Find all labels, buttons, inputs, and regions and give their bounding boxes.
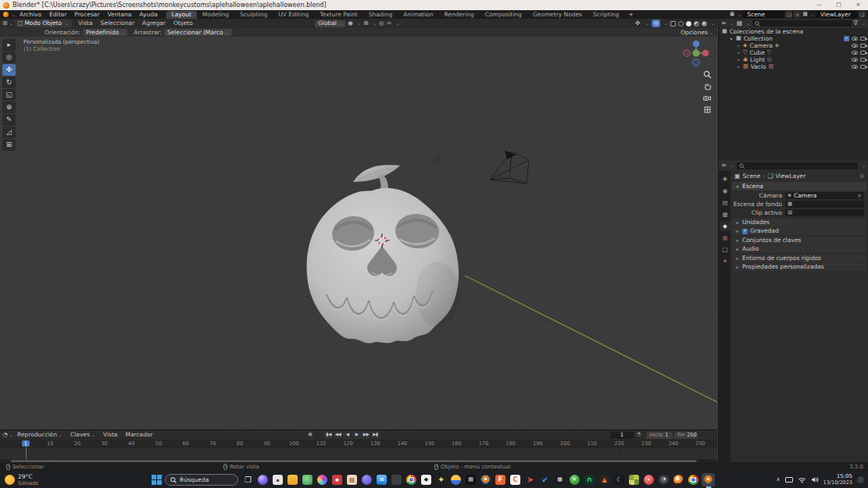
workspace-tab-layout[interactable]: Layout bbox=[166, 11, 198, 19]
gizmo-x-axis[interactable] bbox=[702, 50, 709, 57]
outliner-editor-type-icon[interactable]: ≡ bbox=[721, 20, 727, 27]
timeline-menu-marcador[interactable]: Marcador bbox=[121, 432, 156, 438]
outliner-root-row[interactable]: ▦ Colecciones de la escena bbox=[719, 28, 868, 35]
gizmo-z-axis[interactable] bbox=[693, 41, 700, 48]
section-conjuntos-de-claves[interactable]: ▸Conjuntos de claves bbox=[732, 237, 866, 244]
workspace-tab-geometry-nodes[interactable]: Geometry Nodes bbox=[527, 11, 588, 19]
workspace-tab-sculpting[interactable]: Sculpting bbox=[234, 11, 273, 19]
gravity-checkbox[interactable]: ✓ bbox=[742, 229, 748, 234]
select-box-tool[interactable]: ▸ bbox=[2, 39, 16, 51]
outliner-item-collection[interactable]: ▾▦Collection✓ bbox=[719, 35, 868, 42]
physics-properties-tab[interactable]: ✶ bbox=[720, 256, 730, 266]
hide-in-viewport-icon[interactable] bbox=[852, 65, 858, 69]
light-object[interactable] bbox=[431, 152, 444, 165]
disable-in-render-icon[interactable] bbox=[860, 44, 866, 48]
workspace-tab-uv-editing[interactable]: UV Editing bbox=[273, 11, 314, 19]
xray-toggle[interactable] bbox=[670, 21, 676, 27]
view-layer-selector[interactable]: ViewLayer bbox=[816, 11, 857, 18]
file-explorer-icon[interactable] bbox=[286, 473, 299, 486]
disable-in-render-icon[interactable] bbox=[860, 51, 866, 55]
weather-widget[interactable]: 29°C Soleado bbox=[5, 472, 38, 488]
red-play-app-icon[interactable]: ➤ bbox=[523, 473, 537, 486]
timeline-menu-claves[interactable]: Claves bbox=[66, 432, 99, 438]
wireframe-shading-icon[interactable] bbox=[678, 21, 684, 27]
obs-icon[interactable]: ◔ bbox=[657, 473, 670, 486]
timeline-menu-vista[interactable]: Vista bbox=[99, 432, 122, 438]
b5-dark-app-icon[interactable]: ▦ bbox=[553, 473, 566, 486]
star-cursor-app-icon[interactable]: ✦ bbox=[434, 473, 448, 486]
maximize-button[interactable]: □ bbox=[829, 0, 848, 10]
add-cube-tool[interactable]: ⊞ bbox=[2, 139, 16, 151]
frame-end-field[interactable]: Fin250 bbox=[674, 432, 698, 439]
menu-procesar[interactable]: Procesar bbox=[70, 12, 103, 18]
transform-tool[interactable]: ⊕ bbox=[2, 102, 16, 113]
apple-model[interactable] bbox=[307, 165, 460, 343]
calendar-app-icon[interactable]: ▦ bbox=[345, 473, 359, 486]
clear-icon[interactable]: × bbox=[857, 193, 862, 199]
blue-check-app-icon[interactable]: ✔ bbox=[538, 473, 552, 486]
proportional-editing-icon[interactable]: ◎ bbox=[379, 20, 384, 27]
play-button[interactable]: ▶ bbox=[352, 431, 361, 439]
section-unidades[interactable]: ▸Unidades bbox=[732, 219, 866, 226]
green-character-app-icon[interactable] bbox=[301, 473, 314, 486]
options-dropdown[interactable]: Opciones bbox=[680, 30, 713, 36]
object-properties-tab[interactable]: □ bbox=[720, 244, 730, 255]
navigation-gizmo[interactable] bbox=[681, 38, 711, 68]
render-properties-tab[interactable]: ◉ bbox=[720, 186, 730, 196]
timeline-menu-reproducci-n[interactable]: Reproducción bbox=[13, 432, 66, 438]
chevron-expanded-icon[interactable]: ▾ bbox=[729, 37, 734, 41]
breadcrumb-view-layer[interactable]: ViewLayer bbox=[776, 173, 806, 180]
section-propiedades-personalizadas[interactable]: ▸Propiedades personalizadas bbox=[732, 263, 866, 271]
red-sphere-app-icon[interactable]: ✦ bbox=[642, 473, 655, 486]
orientation-preset-selector[interactable]: Predefinido bbox=[83, 29, 127, 36]
show-gizmos-toggle[interactable]: ✜ bbox=[634, 20, 641, 27]
current-frame-field[interactable]: 1 bbox=[610, 432, 634, 439]
timeline-channels[interactable] bbox=[0, 448, 717, 459]
viewport-menu-objeto[interactable]: Objeto bbox=[170, 20, 197, 27]
viewport-menu-vista[interactable]: Vista bbox=[74, 20, 97, 27]
pivot-point-icon[interactable]: ◉ bbox=[348, 20, 353, 27]
annotate-tool[interactable]: ✎ bbox=[2, 114, 16, 126]
hide-in-viewport-icon[interactable] bbox=[852, 58, 858, 62]
clip-activo-field[interactable]: ▤ bbox=[785, 209, 864, 216]
jump-end-button[interactable]: ▶▮ bbox=[371, 431, 380, 439]
headset-app-icon[interactable]: ∩ bbox=[583, 473, 596, 486]
new-view-layer-button[interactable]: ❏ bbox=[859, 11, 866, 18]
world-properties-tab[interactable]: ◍ bbox=[720, 233, 730, 243]
workspace-tab-animation[interactable]: Animation bbox=[398, 11, 438, 19]
volume-icon[interactable] bbox=[811, 476, 819, 483]
view-layer-properties-tab[interactable]: ▦ bbox=[720, 209, 730, 219]
workspace-tab-modeling[interactable]: Modeling bbox=[197, 11, 234, 19]
white-window-app-icon[interactable]: ▪ bbox=[271, 473, 284, 486]
section-audio[interactable]: ▸Audio bbox=[732, 245, 866, 253]
drag-action-selector[interactable]: Seleccionar (Marco bbox=[164, 29, 231, 36]
section-entorno-de-cuerpos-r-gidos[interactable]: ▸Entorno de cuerpos rígidos bbox=[732, 255, 866, 262]
menu-archivo[interactable]: Archivo bbox=[16, 12, 45, 18]
search-input[interactable]: Búsqueda bbox=[165, 474, 238, 486]
output-properties-tab[interactable]: ▤ bbox=[720, 198, 730, 208]
pan-hand-icon[interactable] bbox=[703, 82, 712, 91]
minimize-button[interactable]: — bbox=[809, 0, 829, 10]
disable-in-render-icon[interactable] bbox=[860, 65, 866, 69]
snap-magnet-icon[interactable]: ⋒ bbox=[363, 20, 369, 27]
chrome-icon[interactable] bbox=[405, 473, 418, 486]
gizmo-neg-z-axis[interactable] bbox=[693, 59, 700, 66]
pin-icon[interactable]: ◎ bbox=[859, 173, 864, 179]
frame-start-field[interactable]: Inicio1 bbox=[646, 432, 673, 439]
scene-selector[interactable]: Scene bbox=[743, 11, 784, 18]
scene-section-header[interactable]: ▾ Escena bbox=[732, 182, 866, 191]
menu-ayuda[interactable]: Ayuda bbox=[135, 12, 161, 18]
display-mode-icon[interactable]: ▦ bbox=[737, 20, 743, 27]
next-keyframe-button[interactable]: ▶▶ bbox=[362, 431, 370, 439]
blender-icon[interactable] bbox=[479, 473, 492, 486]
proportional-falloff-icon[interactable]: ≈ bbox=[387, 20, 392, 27]
rotate-tool[interactable]: ↻ bbox=[2, 77, 16, 88]
orange-c-app-icon[interactable]: C bbox=[509, 473, 522, 486]
gizmo-y-axis[interactable] bbox=[692, 49, 699, 56]
menu-ventana[interactable]: Ventana bbox=[104, 12, 136, 18]
chrome-colorful-app-icon[interactable] bbox=[687, 473, 700, 486]
indigo-orb-app-icon[interactable] bbox=[360, 473, 373, 486]
solid-shading-icon[interactable] bbox=[686, 21, 691, 27]
firefox-orb-app-icon[interactable] bbox=[672, 473, 685, 486]
properties-search-input[interactable] bbox=[737, 162, 858, 169]
